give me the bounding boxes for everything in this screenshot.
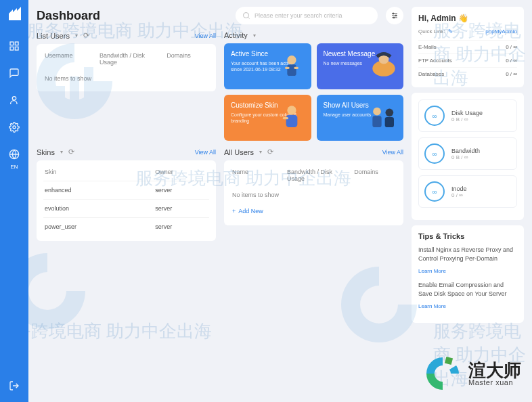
- tile-customize-skin[interactable]: Customize Skin Configure your custom col…: [224, 95, 311, 141]
- chevron-down-icon[interactable]: ▾: [60, 149, 63, 155]
- activity-grid: Active Since Your account has been activ…: [224, 43, 403, 141]
- svg-rect-24: [286, 115, 297, 127]
- tile-active-since[interactable]: Active Since Your account has been activ…: [224, 43, 311, 89]
- svg-rect-6: [15, 47, 18, 50]
- sidebar-item-users[interactable]: [6, 92, 22, 108]
- refresh-icon[interactable]: ⟳: [267, 148, 273, 156]
- tips-title: Tips & Tricks: [418, 232, 517, 240]
- cell-skin: power_user: [45, 223, 150, 230]
- illustration-icon: [367, 100, 401, 134]
- tips-panel: Tips & Tricks Install Nginx as Reverse P…: [412, 225, 524, 323]
- tile-newest-message[interactable]: Newest Message No new messages: [317, 43, 404, 89]
- col-domains: Domains: [167, 52, 208, 66]
- learn-more-link[interactable]: Learn More: [418, 268, 446, 274]
- app-logo: [6, 5, 22, 22]
- col-bandwidth: Bandwidth / Disk Usage: [287, 169, 349, 182]
- refresh-icon[interactable]: ⟳: [68, 148, 74, 156]
- svg-rect-29: [385, 117, 394, 127]
- infinity-icon: ∞: [424, 106, 445, 126]
- search-box: [236, 7, 378, 24]
- add-new-button[interactable]: + Add New: [231, 202, 397, 220]
- brand-overlay: 渲大师 Master xuan: [422, 353, 521, 394]
- table-row[interactable]: power_user server: [43, 217, 209, 236]
- metrics-panel: ∞ Disk Usage 0 B / ∞ ∞ Bandwidth 0 B / ∞…: [412, 93, 524, 220]
- pencil-icon[interactable]: ✎: [448, 28, 453, 35]
- view-all-link[interactable]: View All: [382, 149, 403, 156]
- stat-row: Databases 0 / ∞: [418, 67, 517, 81]
- panel-title: List Users: [37, 32, 70, 40]
- panel-title: Skins: [37, 148, 55, 156]
- col-username: Username: [45, 52, 94, 66]
- sidebar: EN: [0, 0, 28, 402]
- all-users-card: Name Bandwidth / Disk Usage Domains No i…: [224, 160, 403, 225]
- quick-link-value[interactable]: phpMyAdmin: [485, 28, 517, 35]
- brand-logo-icon: [422, 353, 463, 394]
- svg-rect-3: [10, 42, 14, 45]
- sliders-icon: [391, 12, 399, 20]
- svg-point-15: [395, 15, 397, 16]
- table-header: Name Bandwidth / Disk Usage Domains: [231, 166, 397, 187]
- stat-label: Databases: [418, 71, 444, 77]
- illustration-icon: [275, 100, 309, 134]
- skins-header: Skins ▾ ⟳ View All: [37, 148, 216, 156]
- sidebar-item-language[interactable]: [6, 146, 22, 162]
- tile-show-all-users[interactable]: Show All Users Manage user accounts: [317, 95, 404, 141]
- svg-point-7: [12, 97, 16, 100]
- svg-point-17: [287, 55, 296, 64]
- svg-rect-28: [372, 116, 381, 127]
- svg-point-23: [287, 106, 296, 114]
- sidebar-lang-label: EN: [10, 164, 18, 170]
- table-header: Skin Owner: [43, 166, 209, 181]
- sidebar-item-messages[interactable]: [6, 65, 22, 81]
- empty-state: No items to show: [43, 71, 209, 86]
- chevron-down-icon[interactable]: ▾: [253, 32, 256, 39]
- list-users-header: List Users ▾ ⟳ View All: [37, 31, 216, 40]
- list-users-card: Username Bandwidth / Disk Usage Domains …: [37, 44, 216, 91]
- panel-title: All Users: [224, 148, 254, 156]
- stat-row: FTP Accounts 0 / ∞: [418, 53, 517, 67]
- svg-rect-30: [445, 357, 453, 365]
- illustration-icon: [275, 49, 309, 83]
- sidebar-item-dashboard[interactable]: [6, 38, 22, 54]
- metric-bandwidth: ∞ Bandwidth 0 B / ∞: [418, 137, 517, 170]
- cell-skin: evolution: [45, 205, 150, 212]
- metric-disk-usage: ∞ Disk Usage 0 B / ∞: [418, 99, 517, 132]
- chevron-down-icon[interactable]: ▾: [75, 32, 78, 39]
- metric-label: Bandwidth: [451, 148, 480, 154]
- illustration-icon: [367, 49, 401, 83]
- svg-point-14: [393, 13, 394, 14]
- metric-inode: ∞ Inode 0 / ∞: [418, 175, 517, 208]
- learn-more-link[interactable]: Learn More: [418, 303, 446, 309]
- chevron-down-icon[interactable]: ▾: [259, 149, 262, 155]
- cell-owner: server: [155, 205, 208, 212]
- view-all-link[interactable]: View All: [195, 32, 216, 39]
- col-skin: Skin: [45, 169, 150, 175]
- refresh-icon[interactable]: ⟳: [83, 31, 89, 40]
- metric-value: 0 / ∞: [451, 192, 467, 198]
- plus-icon: +: [232, 208, 236, 215]
- table-row[interactable]: evolution server: [43, 199, 209, 217]
- greeting-text: Hi, Admin 👋: [418, 14, 517, 23]
- search-input[interactable]: [254, 12, 371, 19]
- svg-point-16: [393, 17, 395, 18]
- cell-skin: enhanced: [45, 187, 150, 194]
- quick-link-label: Quick Link:: [418, 28, 445, 35]
- view-all-link[interactable]: View All: [195, 149, 216, 156]
- page-title: Dashboard: [37, 9, 100, 23]
- metric-value: 0 B / ∞: [451, 116, 483, 122]
- svg-rect-19: [285, 67, 290, 69]
- stat-label: E-Mails: [418, 44, 437, 50]
- stat-value: 0 / ∞: [506, 58, 517, 64]
- filter-button[interactable]: [386, 7, 403, 24]
- cell-owner: server: [155, 187, 208, 194]
- stat-label: FTP Accounts: [418, 58, 452, 64]
- table-row[interactable]: enhanced server: [43, 181, 209, 199]
- sidebar-item-settings[interactable]: [6, 119, 22, 135]
- empty-state: No items to show: [231, 187, 397, 202]
- skins-card: Skin Owner enhanced server evolution ser…: [37, 160, 216, 241]
- header: Dashboard: [37, 7, 403, 24]
- metric-label: Disk Usage: [451, 110, 483, 116]
- col-domains: Domains: [354, 169, 395, 182]
- sidebar-item-logout[interactable]: [6, 378, 22, 394]
- col-owner: Owner: [155, 169, 208, 175]
